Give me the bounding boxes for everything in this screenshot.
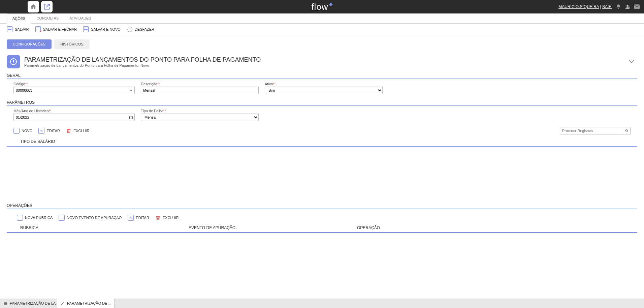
edit-icon: ✎ [38,128,44,134]
chevron-down-icon[interactable] [629,60,637,64]
col-evento: EVENTO DE APURAÇÃO [189,225,357,230]
tab-historicos[interactable]: HISTÓRICOS [54,39,89,49]
svg-rect-4 [129,116,132,119]
page-header: PARAMETRIZAÇÃO DE LANÇAMENTOS DO PONTO P… [0,53,644,70]
trash-icon [155,215,161,220]
editar-operacao-button[interactable]: ✎ EDITAR [128,215,149,221]
page-title: PARAMETRIZAÇÃO DE LANÇAMENTOS DO PONTO P… [24,56,261,63]
page-title-block: PARAMETRIZAÇÃO DE LANÇAMENTOS DO PONTO P… [24,56,261,67]
subtabs: CONFIGURAÇÕES HISTÓRICOS [0,35,644,53]
descricao-label: Descrição*: [141,82,259,86]
save-close-icon [35,26,41,32]
tipo-salario-header: TIPO DE SALÁRIO [7,137,637,147]
user-label: MAURICIO.SIQUEIRA | SAIR [558,4,612,9]
page-subtitle: Parametrização de Lançamentos do Ponto p… [24,63,261,67]
novo-evento-button[interactable]: NOVO EVENTO DE APURAÇÃO [59,215,122,221]
svg-rect-2 [634,4,640,9]
col-rubrica: RUBRICA [20,225,189,230]
save-new-icon [83,26,89,32]
codigo-label: Código*: [13,82,135,86]
plus-icon [17,215,23,221]
form-row-geral: Código*: » Descrição*: Ativo*: Sim [0,82,644,97]
trash-icon [66,128,71,133]
bell-icon[interactable] [616,4,621,9]
topbar-right: MAURICIO.SIQUEIRA | SAIR [558,4,640,10]
plus-icon [13,128,20,134]
search-wrap [560,127,631,134]
mes-ano-label: Mês/Ano do Histórico*: [13,109,135,113]
svg-point-5 [625,129,627,131]
topbar-utility-icons [616,4,640,10]
search-input[interactable] [560,127,623,134]
logo-accent-icon: ◆ [329,1,333,7]
user-link[interactable]: MAURICIO.SIQUEIRA [558,4,599,9]
field-codigo: Código*: » [13,82,135,94]
excluir-button[interactable]: EXCLUIR [66,128,90,133]
operacoes-columns: RUBRICA EVENTO DE APURAÇÃO OPERAÇÃO [7,223,637,233]
salvar-button[interactable]: SALVAR [7,26,29,32]
descricao-input[interactable] [141,87,258,94]
nav-tab-atividades[interactable]: ATIVIDADES [64,13,97,23]
field-mes-ano: Mês/Ano do Histórico*: [13,109,135,121]
salvar-novo-button[interactable]: SALVAR E NOVO [83,26,121,32]
nav-tab-acoes[interactable]: AÇÕES [7,13,31,24]
excluir-operacao-button[interactable]: EXCLUIR [155,215,179,220]
field-ativo: Ativo*: Sim [265,82,383,94]
tab-configuracoes[interactable]: CONFIGURAÇÕES [7,39,52,49]
salvar-fechar-button[interactable]: SALVAR E FECHAR [35,26,77,32]
col-operacao: OPERAÇÃO [357,225,624,230]
tipo-salario-grid-body [0,147,644,201]
edit-icon: ✎ [128,215,134,221]
topbar-left-icons [28,1,53,12]
tipo-folha-label: Tipo de Folha*: [141,109,259,113]
ativo-select[interactable]: Sim [265,87,383,94]
plus-icon [59,215,65,221]
clock-icon [7,55,20,68]
nav-tabs: AÇÕES CONSULTAS ATIVIDADES [0,13,644,24]
form-row-parametros: Mês/Ano do Histórico*: Tipo de Folha*: M… [0,109,644,124]
save-icon [7,26,13,32]
nav-tab-consultas[interactable]: CONSULTAS [31,13,64,23]
section-operacoes: OPERAÇÕES [7,202,637,209]
topbar: flow ◆ MAURICIO.SIQUEIRA | SAIR [0,0,644,13]
calendar-icon[interactable] [127,114,134,121]
mail-icon[interactable] [634,4,640,9]
desfazer-button[interactable]: DESFAZER [127,26,154,32]
logout-link[interactable]: SAIR [602,4,612,9]
svg-point-0 [626,5,629,7]
editar-button[interactable]: ✎ EDITAR [38,128,60,134]
logo-area: flow ◆ [311,2,332,12]
home-icon[interactable] [28,1,39,12]
tipo-folha-select[interactable]: Mensal [141,114,259,121]
action-toolbar: SALVAR SALVAR E FECHAR SALVAR E NOVO DES… [0,24,644,35]
tipo-salario-toolbar: NOVO ✎ EDITAR EXCLUIR [0,124,644,137]
open-icon[interactable] [41,1,53,12]
undo-icon [127,26,133,32]
section-parametros: PARÂMETROS [7,99,637,106]
support-icon[interactable] [624,4,631,10]
operacoes-toolbar: NOVA RUBRICA NOVO EVENTO DE APURAÇÃO ✎ E… [0,212,644,223]
search-button[interactable] [623,127,630,134]
nova-rubrica-button[interactable]: NOVA RUBRICA [17,215,53,221]
svg-point-1 [628,6,630,8]
codigo-input[interactable] [14,87,127,94]
field-descricao: Descrição*: [141,82,259,94]
logo-text: flow [311,2,328,12]
field-tipo-folha: Tipo de Folha*: Mensal [141,109,259,121]
ativo-label: Ativo*: [265,82,383,86]
codigo-lookup-button[interactable]: » [127,87,134,94]
novo-button[interactable]: NOVO [13,128,32,134]
section-geral: GERAL [7,72,637,79]
mes-ano-input[interactable] [14,114,127,121]
